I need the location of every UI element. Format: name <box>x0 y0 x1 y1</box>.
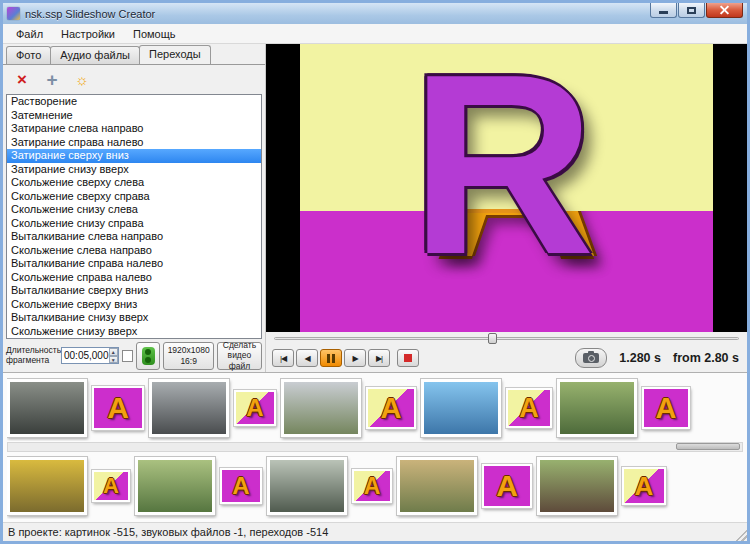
photo-thumbnail[interactable] <box>135 457 215 515</box>
skip-end-button[interactable]: ▶| <box>368 349 390 367</box>
transition-letter: A <box>107 391 129 425</box>
tab-transitions[interactable]: Переходы <box>139 45 211 64</box>
transition-item[interactable]: Выталкивание справа налево <box>7 257 261 271</box>
tab-audio-files[interactable]: Аудио файлы <box>50 46 140 64</box>
transition-letter: A <box>246 394 263 422</box>
maximize-icon <box>687 7 696 14</box>
transition-item[interactable]: Затирание справа налево <box>7 136 261 150</box>
photo-thumbnail[interactable] <box>537 457 617 515</box>
duration-checkbox[interactable] <box>122 350 133 362</box>
effects-button[interactable]: ☼ <box>69 68 95 92</box>
transition-item[interactable]: Затирание снизу вверх <box>7 163 261 177</box>
make-video-line2: видео файл <box>218 350 261 370</box>
make-video-line1: Сделать <box>223 340 256 350</box>
transition-letter: A <box>496 469 518 503</box>
preview-mode-button[interactable] <box>136 342 160 370</box>
preview-panel: A R |◀ ◀ ▶ ▶| 1.280 s f <box>265 44 747 372</box>
add-transition-button[interactable]: + <box>39 68 65 92</box>
transition-item[interactable]: Скольжение снизу вверх <box>7 325 261 339</box>
transition-item[interactable]: Затирание сверху вниз <box>7 149 261 163</box>
delete-icon: × <box>17 70 27 90</box>
transition-thumbnail[interactable]: A <box>642 387 690 429</box>
resize-grip[interactable] <box>734 528 747 541</box>
transition-item[interactable]: Затирание слева направо <box>7 122 261 136</box>
timeline-row-1: AAAAA <box>7 375 743 441</box>
duration-label-line2: фрагмента <box>6 356 58 366</box>
photo-thumbnail[interactable] <box>149 379 229 437</box>
transition-thumbnail[interactable]: A <box>506 388 552 428</box>
photo-thumbnail[interactable] <box>267 457 347 515</box>
make-video-button[interactable]: Сделать видео файл <box>217 342 262 370</box>
transition-thumbnail[interactable]: A <box>482 464 532 508</box>
seek-track[interactable] <box>274 337 739 340</box>
spin-up-button[interactable]: ▲ <box>109 348 119 356</box>
total-time: from 2.80 s <box>673 351 739 365</box>
transition-item[interactable]: Скольжение сверху вниз <box>7 298 261 312</box>
transitions-toolbar: × + ☼ <box>3 65 265 94</box>
transition-thumbnail[interactable]: A <box>352 469 392 503</box>
current-time: 1.280 s <box>619 351 661 365</box>
photo-thumbnail[interactable] <box>7 457 87 515</box>
stop-icon <box>404 354 412 362</box>
duration-spinner[interactable]: 00:05,000 ▲ ▼ <box>61 347 119 364</box>
transition-item[interactable]: Скольжение справа налево <box>7 271 261 285</box>
preview-area: A R <box>266 44 747 332</box>
menu-settings[interactable]: Настройки <box>52 26 124 42</box>
photo-thumbnail[interactable] <box>421 379 501 437</box>
transition-item[interactable]: Выталкивание снизу вверх <box>7 311 261 325</box>
transition-item[interactable]: Скольжение сверху справа <box>7 190 261 204</box>
transition-item[interactable]: Скольжение сверху слева <box>7 176 261 190</box>
maximize-button[interactable] <box>678 3 705 18</box>
transition-thumbnail[interactable]: A <box>92 386 144 430</box>
transition-thumbnail[interactable]: A <box>366 387 416 429</box>
transition-thumbnail[interactable]: A <box>234 390 276 426</box>
window-controls <box>650 3 743 18</box>
skip-start-button[interactable]: |◀ <box>272 349 294 367</box>
transition-item[interactable]: Выталкивание слева направо <box>7 230 261 244</box>
close-button[interactable] <box>706 3 743 18</box>
scrollbar-thumb[interactable] <box>676 443 740 450</box>
timeline-row-2: AAAAA <box>7 453 743 519</box>
window-title: nsk.ssp Slideshow Creator <box>25 8 155 20</box>
transition-item[interactable]: Выталкивание сверху вниз <box>7 284 261 298</box>
transition-thumbnail[interactable]: A <box>220 468 262 504</box>
transition-item[interactable]: Скольжение снизу слева <box>7 203 261 217</box>
green-indicator-icon <box>142 347 155 365</box>
transition-item[interactable]: Затемнение <box>7 109 261 123</box>
menu-bar: Файл Настройки Помощь <box>3 24 747 44</box>
transition-thumbnail[interactable]: A <box>92 470 130 502</box>
outgoing-slide-letter: R <box>410 44 595 292</box>
sun-icon: ☼ <box>75 71 89 88</box>
step-back-button[interactable]: ◀ <box>296 349 318 367</box>
transition-item[interactable]: Скольжение снизу справа <box>7 217 261 231</box>
transition-letter: A <box>364 473 381 500</box>
seek-thumb[interactable] <box>488 333 497 344</box>
title-bar[interactable]: nsk.ssp Slideshow Creator <box>3 3 747 24</box>
snapshot-button[interactable] <box>575 348 607 368</box>
stop-button[interactable] <box>397 349 419 367</box>
pause-button[interactable] <box>320 349 342 367</box>
seek-bar[interactable] <box>274 332 739 345</box>
menu-file[interactable]: Файл <box>7 26 52 42</box>
menu-help[interactable]: Помощь <box>124 26 185 42</box>
camera-icon <box>583 353 599 363</box>
timeline-scrollbar[interactable] <box>7 442 743 452</box>
transition-letter: A <box>656 392 677 425</box>
fragment-controls: Длительность фрагмента 00:05,000 ▲ ▼ 192… <box>3 339 265 372</box>
delete-transition-button[interactable]: × <box>9 68 35 92</box>
photo-thumbnail[interactable] <box>557 379 637 437</box>
minimize-button[interactable] <box>650 3 677 18</box>
photo-thumbnail[interactable] <box>397 457 477 515</box>
spin-down-button[interactable]: ▼ <box>109 356 119 364</box>
transition-item[interactable]: Скольжение слева направо <box>7 244 261 258</box>
main-area: Фото Аудио файлы Переходы × + ☼ Растворе… <box>3 44 747 372</box>
tab-photo[interactable]: Фото <box>6 46 51 64</box>
transition-thumbnail[interactable]: A <box>622 467 666 505</box>
photo-thumbnail[interactable] <box>7 379 87 437</box>
pause-icon <box>327 354 330 363</box>
photo-thumbnail[interactable] <box>281 379 361 437</box>
step-forward-button[interactable]: ▶ <box>344 349 366 367</box>
resolution-button[interactable]: 1920x1080 16:9 <box>163 342 213 370</box>
transition-letter: A <box>103 473 119 499</box>
transition-item[interactable]: Растворение <box>7 95 261 109</box>
